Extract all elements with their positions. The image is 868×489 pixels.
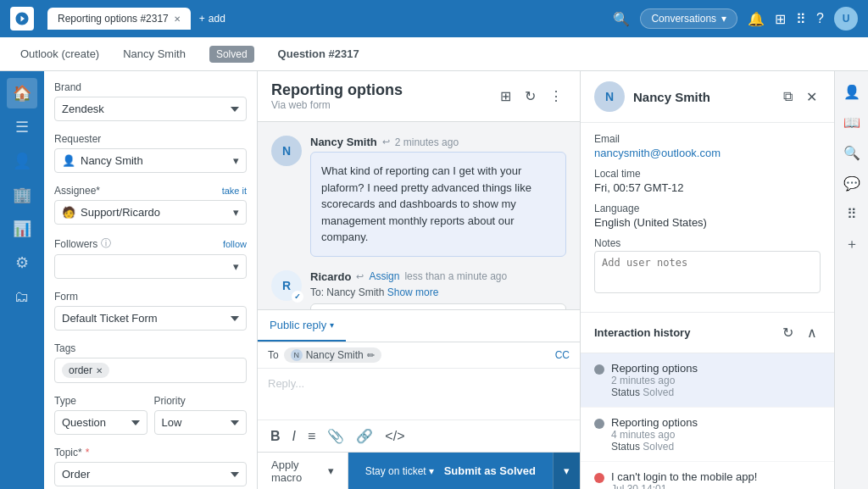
secondary-tabs: Outlook (create) Nancy Smith Solved Ques… xyxy=(0,37,868,71)
type-priority-row: Type Question Priority Low xyxy=(54,395,247,435)
right-panel-header: N Nancy Smith ⧉ ✕ xyxy=(581,71,834,123)
info-icon[interactable]: ⓘ xyxy=(101,236,111,251)
ih-item-content-2: Reporting options 4 minutes ago Status S… xyxy=(611,416,821,453)
show-more-link[interactable]: Show more xyxy=(387,286,439,298)
attach-icon[interactable]: 📎 xyxy=(325,425,347,447)
edit-icon[interactable]: ✏ xyxy=(367,350,375,361)
sidebar: Brand Zendesk Requester 👤 Nancy Smith ▾ xyxy=(44,71,258,489)
italic-icon[interactable]: I xyxy=(290,426,298,447)
email-value[interactable]: nancysmith@outlook.com xyxy=(594,147,821,159)
requester-input[interactable]: 👤 Nancy Smith ▾ xyxy=(54,148,247,173)
requester-field-group: Requester 👤 Nancy Smith ▾ xyxy=(54,133,247,173)
ih-item-1[interactable]: Reporting options 2 minutes ago Status S… xyxy=(581,353,834,408)
apps-icon[interactable]: ⠿ xyxy=(796,11,806,27)
open-profile-icon[interactable]: ⧉ xyxy=(780,86,796,108)
tab-close-icon[interactable]: ✕ xyxy=(174,14,181,24)
tab-solved[interactable]: Solved xyxy=(199,41,264,67)
far-right-chat-icon[interactable]: 💬 xyxy=(838,169,865,197)
message-time: 2 minutes ago xyxy=(395,136,459,148)
chevron-down-icon: ▾ xyxy=(233,260,239,273)
filter-icon[interactable]: ⊞ xyxy=(497,85,515,108)
macro-label: Apply macro xyxy=(271,458,328,484)
reply-to-tag[interactable]: N Nancy Smith ✏ xyxy=(284,347,381,363)
take-it-link[interactable]: take it xyxy=(222,186,247,196)
far-right-plus-icon[interactable]: ＋ xyxy=(838,231,865,258)
type-field-group: Type Question xyxy=(54,395,147,435)
ih-item-3[interactable]: I can't login to the mobile app! Jul 30 … xyxy=(581,462,834,489)
brand-select[interactable]: Zendesk xyxy=(54,97,247,121)
far-right-search-icon[interactable]: 🔍 xyxy=(838,139,865,166)
add-tab-button[interactable]: + add xyxy=(191,8,234,30)
followers-field-group: Followers ⓘ follow ▾ xyxy=(54,236,247,279)
tab-outlook[interactable]: Outlook (create) xyxy=(10,41,109,67)
cc-button[interactable]: CC xyxy=(555,349,570,361)
message-row: N Nancy Smith ↩ 2 minutes ago What kind … xyxy=(271,136,566,257)
tab-question[interactable]: Question #2317 xyxy=(268,41,370,67)
submit-group: Stay on ticket ▾ Submit as Solved ▾ xyxy=(348,453,580,489)
type-label: Type xyxy=(54,395,147,407)
user-avatar[interactable]: U xyxy=(834,7,858,31)
nav-reports[interactable]: 📊 xyxy=(7,214,37,244)
chevron-down-icon: ▾ xyxy=(564,464,570,477)
code-icon[interactable]: </> xyxy=(382,426,407,447)
local-time-value: Fri, 00:57 GMT-12 xyxy=(594,181,821,194)
refresh-icon[interactable]: ↻ xyxy=(521,85,539,108)
submit-chevron-button[interactable]: ▾ xyxy=(553,453,580,489)
priority-select[interactable]: Low xyxy=(154,410,248,435)
nav-views[interactable]: ☰ xyxy=(7,112,37,142)
nav-sandbox[interactable]: 🗂 xyxy=(7,281,37,312)
app-container: Reporting options #2317 ✕ + add 🔍 Conver… xyxy=(0,0,868,489)
tags-input[interactable]: order ✕ xyxy=(54,358,247,383)
assign-link[interactable]: Assign xyxy=(369,270,399,282)
to-avatar: N xyxy=(291,349,303,361)
agent-message-bubble: Hello, Nancy. Thanks for contacting us. … xyxy=(310,303,566,310)
collapse-panel-icon[interactable]: ✕ xyxy=(803,86,821,108)
email-label: Email xyxy=(594,133,821,145)
link-icon[interactable]: 🔗 xyxy=(353,425,376,447)
chevron-down-icon: ▾ xyxy=(233,154,239,167)
message-meta: Nancy Smith ↩ 2 minutes ago xyxy=(310,136,566,148)
ih-refresh-icon[interactable]: ↻ xyxy=(779,321,797,344)
notes-textarea[interactable] xyxy=(594,251,821,293)
far-right-apps-icon[interactable]: ⠿ xyxy=(838,200,865,227)
grid-icon[interactable]: ⊞ xyxy=(775,11,786,27)
ih-collapse-icon[interactable]: ∧ xyxy=(804,321,821,344)
ticket-area: Reporting options Via web form ⊞ ↻ ⋮ N N… xyxy=(258,71,580,489)
followers-input[interactable]: ▾ xyxy=(54,254,247,279)
reply-input[interactable]: Reply... xyxy=(258,369,580,420)
apply-macro-button[interactable]: Apply macro ▾ xyxy=(258,453,348,489)
nav-home[interactable]: 🏠 xyxy=(7,78,37,108)
submit-button[interactable]: Stay on ticket ▾ Submit as Solved xyxy=(348,453,553,489)
form-select[interactable]: Default Ticket Form xyxy=(54,306,247,331)
tab-nancy[interactable]: Nancy Smith xyxy=(113,41,196,67)
reply-tab-public[interactable]: Public reply ▾ xyxy=(258,310,346,342)
to-label: To xyxy=(268,349,279,361)
main-tab[interactable]: Reporting options #2317 ✕ xyxy=(47,8,191,30)
assignee-input[interactable]: 🧑 Support/Ricardo ▾ xyxy=(54,200,247,225)
bold-icon[interactable]: B xyxy=(268,426,283,447)
app-logo[interactable] xyxy=(10,7,34,31)
nav-users[interactable]: 👤 xyxy=(7,146,37,176)
far-right-user-icon[interactable]: 👤 xyxy=(838,78,865,105)
tag-order: order ✕ xyxy=(62,363,109,378)
topic-select[interactable]: Order xyxy=(54,462,247,486)
ih-item-2[interactable]: Reporting options 4 minutes ago Status S… xyxy=(581,408,834,462)
ih-item-content-3: I can't login to the mobile app! Jul 30 … xyxy=(611,470,821,489)
tag-remove-icon[interactable]: ✕ xyxy=(96,366,103,375)
conversations-button[interactable]: Conversations ▾ xyxy=(640,8,737,29)
type-select[interactable]: Question xyxy=(54,410,147,435)
local-time-label: Local time xyxy=(594,168,821,180)
list-icon[interactable]: ≡ xyxy=(305,426,318,447)
agent-badge: ✓ xyxy=(292,291,303,303)
bell-icon[interactable]: 🔔 xyxy=(748,11,765,27)
tabs-bar: Reporting options #2317 ✕ + add xyxy=(47,8,606,30)
bottom-bar: Apply macro ▾ Stay on ticket ▾ Submit as… xyxy=(258,452,580,489)
search-icon[interactable]: 🔍 xyxy=(613,11,630,27)
far-right-book-icon[interactable]: 📖 xyxy=(838,108,865,136)
nav-settings[interactable]: ⚙ xyxy=(7,247,37,278)
more-icon[interactable]: ⋮ xyxy=(546,85,566,108)
chevron-down-icon: ▾ xyxy=(328,464,334,477)
follow-link[interactable]: follow xyxy=(223,239,247,249)
help-icon[interactable]: ? xyxy=(816,11,824,26)
nav-org[interactable]: 🏢 xyxy=(7,180,37,210)
